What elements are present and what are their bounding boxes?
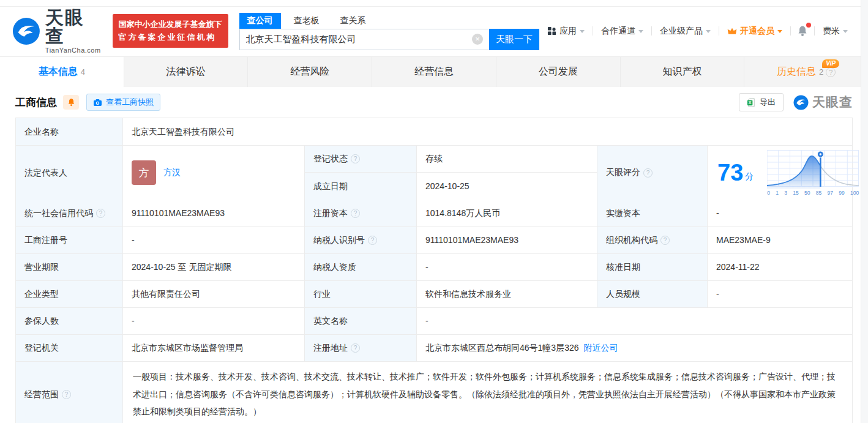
notifications-button[interactable] — [791, 25, 814, 37]
info-value: - — [417, 254, 597, 280]
logo-domain: TianYanCha.com — [45, 47, 104, 54]
tab-5[interactable]: 知识产权 — [621, 57, 745, 87]
tick-label: 50 — [804, 190, 810, 196]
scrollbar[interactable] — [861, 0, 868, 423]
tab-1[interactable]: 法律诉讼 — [124, 57, 249, 87]
help-icon[interactable]: ? — [351, 209, 360, 218]
top-nav: 应用 合作通道 企业级产品 开通会员 — [539, 25, 856, 37]
info-value-text: 其他有限责任公司 — [132, 288, 200, 301]
help-icon[interactable]: ? — [351, 154, 360, 163]
bell-icon — [67, 98, 75, 107]
score-label-text: 天眼评分 — [606, 167, 640, 178]
reg-status-value: 存续 — [417, 146, 597, 172]
watermark-logo: 天眼查 — [793, 94, 853, 111]
chevron-down-icon — [843, 30, 848, 33]
notification-dot — [806, 23, 811, 28]
info-label: 纳税人资质 — [305, 254, 417, 280]
tick-label: 15 — [793, 190, 798, 196]
info-value: 2024-10-25 至 无固定期限 — [123, 254, 305, 280]
tab-6[interactable]: 历史信息2?VIP — [744, 57, 868, 87]
info-label-text: 注册资本 — [313, 207, 348, 220]
info-value-text: 91110101MAE23MAE93 — [132, 207, 225, 220]
establish-date-row: 成立日期 2024-10-25 — [305, 173, 597, 200]
nav-open-vip[interactable]: 开通会员 — [719, 26, 790, 37]
search-tab-2[interactable]: 查关系 — [332, 13, 374, 29]
nav-apps[interactable]: 应用 — [539, 26, 593, 37]
gov-certification-badge: 国家中小企业发展子基金旗下 官方备案企业征信机构 — [113, 14, 228, 47]
info-value: 1014.8148万人民币 — [417, 200, 597, 226]
info-value: - — [417, 308, 852, 334]
search-button[interactable]: 天眼一下 — [489, 29, 539, 50]
establish-date-value: 2024-10-25 — [417, 173, 597, 200]
nav-enterprise[interactable]: 企业级产品 — [652, 26, 719, 37]
legal-rep-link[interactable]: 方汉 — [163, 167, 181, 178]
clear-search-icon[interactable]: × — [472, 34, 483, 45]
info-value-text: MAE23MAE-9 — [716, 234, 771, 247]
avatar[interactable]: 方 — [132, 160, 156, 185]
crown-icon — [727, 27, 737, 36]
subscribe-bell-button[interactable] — [63, 95, 79, 110]
chevron-down-icon — [777, 30, 782, 33]
nav-user-label: 费米 — [823, 26, 840, 37]
info-value-text: - — [716, 288, 719, 301]
chevron-down-icon — [580, 30, 585, 33]
info-label-text: 实缴资本 — [606, 207, 640, 220]
tianyancha-logo[interactable]: 天眼查 TianYanCha.com — [12, 9, 104, 54]
tab-4[interactable]: 公司发展 — [496, 57, 621, 87]
info-value: - — [708, 281, 852, 307]
tab-2[interactable]: 经营风险 — [248, 57, 372, 87]
table-row: 企业类型其他有限责任公司行业软件和信息技术服务业人员规模- — [16, 280, 852, 307]
info-label: 参保人数 — [16, 308, 123, 334]
header: 天眼查 TianYanCha.com 国家中小企业发展子基金旗下 官方备案企业征… — [0, 7, 868, 56]
nav-user[interactable]: 费米 — [815, 26, 856, 37]
info-label: 行业 — [305, 281, 417, 307]
info-value-text: 1014.8148万人民币 — [425, 207, 500, 220]
nearby-companies-link[interactable]: 附近公司 — [584, 342, 618, 354]
info-value: 91110101MAE23MAE93 — [417, 227, 597, 253]
table-row-legal-rep: 法定代表人 方 方汉 登记状态 ? 存续 成立日期 2024-10-25 天眼评… — [16, 145, 852, 200]
search-tab-0[interactable]: 查公司 — [239, 13, 281, 29]
chevron-down-icon — [638, 30, 643, 33]
tab-label: 公司发展 — [539, 66, 578, 78]
export-label: 导出 — [760, 97, 776, 108]
export-button[interactable]: X 导出 — [739, 93, 784, 111]
table-row-company-name: 企业名称 北京天工智盈科技有限公司 — [16, 118, 852, 145]
help-icon[interactable]: ? — [368, 236, 377, 245]
tab-label: 经营信息 — [414, 66, 454, 78]
search-tab-1[interactable]: 查老板 — [286, 13, 327, 29]
business-scope-value: 一般项目：技术服务、技术开发、技术咨询、技术交流、技术转让、技术推广；软件开发；… — [123, 362, 852, 423]
info-label: 工商注册号 — [16, 227, 123, 253]
tab-0[interactable]: 基本信息4 — [0, 57, 124, 87]
gov-badge-line1: 国家中小企业发展子基金旗下 — [119, 18, 222, 31]
legal-rep-label: 法定代表人 — [16, 146, 123, 200]
establish-date-label: 成立日期 — [305, 173, 417, 200]
table-row-business-scope: 经营范围 ? 一般项目：技术服务、技术开发、技术咨询、技术交流、技术转让、技术推… — [16, 361, 852, 423]
info-value-text: - — [425, 261, 428, 274]
tab-3[interactable]: 经营信息 — [372, 57, 496, 87]
info-label: 统一社会信用代码? — [16, 200, 123, 226]
help-icon[interactable]: ? — [643, 168, 653, 178]
help-icon[interactable]: ? — [62, 390, 71, 399]
table-row: 参保人数-英文名称- — [16, 307, 852, 334]
search-input[interactable] — [246, 34, 472, 45]
reg-status-label: 登记状态 ? — [305, 146, 417, 172]
view-snapshot-button[interactable]: 查看工商快照 — [86, 94, 160, 111]
business-info-table: 企业名称 北京天工智盈科技有限公司 法定代表人 方 方汉 登记状态 ? 存续 成… — [15, 118, 853, 423]
info-label-text: 工商注册号 — [24, 234, 67, 247]
top-divider — [0, 0, 868, 7]
vip-badge: VIP — [822, 59, 839, 68]
info-label: 营业期限 — [16, 254, 123, 280]
info-label-text: 参保人数 — [24, 315, 59, 328]
info-label: 人员规模 — [597, 281, 708, 307]
help-icon[interactable]: ? — [826, 67, 836, 77]
tab-label: 知识产权 — [662, 66, 702, 78]
table-row: 营业期限2024-10-25 至 无固定期限纳税人资质-核准日期2024-11-… — [16, 253, 852, 280]
info-value: 北京市东城区西总布胡同46号1幢3层326附近公司 — [417, 335, 852, 361]
help-icon[interactable]: ? — [96, 209, 105, 218]
help-icon[interactable]: ? — [660, 236, 670, 245]
search-input-box: × — [239, 29, 489, 50]
tick-label: 97 — [828, 190, 833, 196]
help-icon[interactable]: ? — [351, 343, 360, 353]
info-label: 企业类型 — [16, 281, 123, 307]
nav-partner[interactable]: 合作通道 — [593, 26, 651, 37]
